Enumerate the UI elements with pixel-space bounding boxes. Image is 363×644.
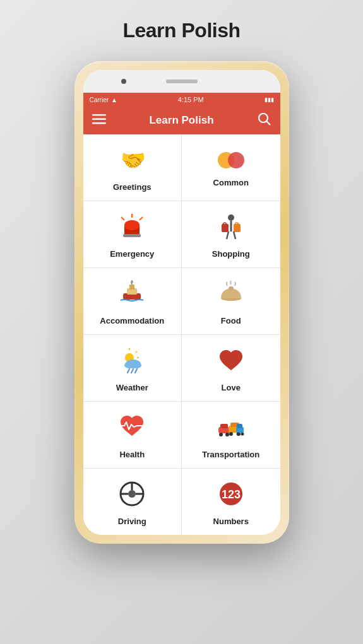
svg-rect-2 xyxy=(92,122,106,124)
svg-point-7 xyxy=(228,152,244,168)
category-grid: 🤝 Greetings Common xyxy=(83,134,280,535)
category-shopping[interactable]: Shopping xyxy=(182,201,280,267)
category-transportation[interactable]: Transportation xyxy=(182,402,280,468)
transportation-label: Transportation xyxy=(202,450,259,459)
category-accommodation[interactable]: Accommodation xyxy=(83,268,182,334)
category-weather[interactable]: Weather xyxy=(83,335,182,401)
svg-line-34 xyxy=(135,369,137,373)
camera-dot xyxy=(121,79,126,84)
category-common[interactable]: Common xyxy=(182,134,280,201)
svg-text:🤝: 🤝 xyxy=(121,148,146,172)
category-food[interactable]: Food xyxy=(182,268,280,334)
transportation-icon xyxy=(217,413,245,445)
svg-line-19 xyxy=(234,231,235,239)
emergency-icon xyxy=(118,213,146,244)
svg-point-24 xyxy=(229,286,234,290)
svg-rect-0 xyxy=(92,114,106,116)
battery-icon: ▮▮▮ xyxy=(265,97,274,103)
accommodation-icon xyxy=(118,279,146,311)
svg-point-3 xyxy=(259,114,268,122)
numbers-icon: 123 xyxy=(217,480,245,512)
shopping-icon xyxy=(217,213,245,244)
page-title: Learn Polish xyxy=(122,19,240,42)
svg-line-12 xyxy=(121,217,124,220)
svg-rect-44 xyxy=(237,424,242,428)
svg-point-45 xyxy=(236,433,239,436)
svg-rect-17 xyxy=(234,224,241,232)
carrier-label: Carrier xyxy=(90,97,109,103)
food-label: Food xyxy=(221,316,241,325)
category-love[interactable]: Love xyxy=(182,335,280,401)
accommodation-label: Accommodation xyxy=(100,316,164,325)
search-button[interactable] xyxy=(253,112,271,129)
svg-point-14 xyxy=(228,214,234,221)
svg-line-33 xyxy=(131,369,133,373)
svg-point-41 xyxy=(229,432,233,436)
phone-inner: Carrier ▲ 4:15 PM ▮▮▮ Learn Polish xyxy=(83,70,280,535)
category-numbers[interactable]: 123 Numbers xyxy=(182,469,280,535)
weather-icon xyxy=(118,346,146,378)
numbers-label: Numbers xyxy=(213,517,249,526)
speaker-grille xyxy=(166,79,198,83)
svg-point-46 xyxy=(241,433,244,436)
svg-point-9 xyxy=(124,220,140,230)
love-label: Love xyxy=(222,383,241,392)
svg-line-27 xyxy=(136,351,137,353)
greetings-icon: 🤝 xyxy=(118,146,146,177)
svg-point-37 xyxy=(219,433,223,436)
status-left: Carrier ▲ xyxy=(90,97,117,103)
phone-shell: Carrier ▲ 4:15 PM ▮▮▮ Learn Polish xyxy=(74,61,289,544)
svg-rect-1 xyxy=(92,118,106,120)
svg-line-18 xyxy=(227,231,229,239)
category-health[interactable]: Health xyxy=(83,402,182,468)
svg-point-48 xyxy=(128,490,136,498)
svg-line-32 xyxy=(128,369,129,373)
health-label: Health xyxy=(119,450,145,459)
svg-rect-36 xyxy=(220,424,228,428)
svg-point-38 xyxy=(225,433,229,436)
category-emergency[interactable]: Emergency xyxy=(83,201,182,267)
svg-rect-10 xyxy=(123,234,141,237)
app-header: Learn Polish xyxy=(83,107,280,134)
svg-line-13 xyxy=(140,217,143,220)
status-right: ▮▮▮ xyxy=(265,97,274,103)
phone-top-bar xyxy=(83,70,280,93)
category-greetings[interactable]: 🤝 Greetings xyxy=(83,134,182,201)
svg-text:123: 123 xyxy=(222,488,241,501)
status-time: 4:15 PM xyxy=(178,96,204,103)
common-icon xyxy=(217,150,245,173)
svg-rect-22 xyxy=(129,284,134,290)
food-icon xyxy=(217,279,245,311)
svg-point-31 xyxy=(133,362,141,368)
wifi-icon: ▲ xyxy=(111,97,117,103)
weather-label: Weather xyxy=(116,383,148,392)
shopping-label: Shopping xyxy=(212,249,250,259)
driving-icon xyxy=(118,480,146,512)
status-bar: Carrier ▲ 4:15 PM ▮▮▮ xyxy=(83,93,280,107)
app-title: Learn Polish xyxy=(111,114,253,127)
category-driving[interactable]: Driving xyxy=(83,469,182,535)
driving-label: Driving xyxy=(118,517,146,526)
svg-rect-16 xyxy=(222,224,229,232)
love-icon xyxy=(217,346,245,378)
greetings-label: Greetings xyxy=(113,182,152,192)
svg-line-4 xyxy=(266,121,270,125)
common-label: Common xyxy=(213,178,249,187)
health-icon xyxy=(118,413,146,445)
emergency-label: Emergency xyxy=(110,249,154,259)
menu-button[interactable] xyxy=(92,114,111,127)
